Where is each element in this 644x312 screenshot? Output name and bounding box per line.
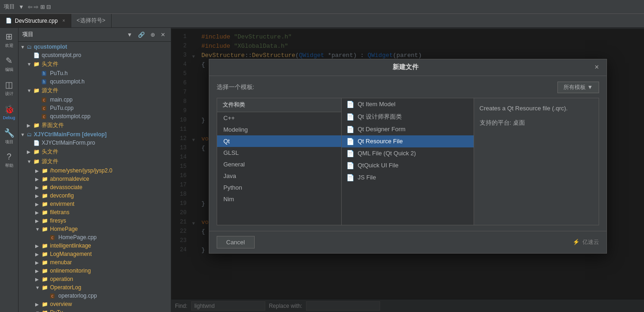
watermark-text: 亿速云 xyxy=(582,238,599,246)
tree-file-putu-h[interactable]: h PuTu.h xyxy=(19,69,171,77)
file-js[interactable]: 📄 JS File xyxy=(342,172,474,184)
cancel-button[interactable]: Cancel xyxy=(217,236,255,248)
tree-folder-envirment[interactable]: ▶ 📁 envirment xyxy=(19,200,171,208)
tree-file-xjy-pro[interactable]: 📄 XJYCtrlMainForm.pro xyxy=(19,139,171,147)
category-glsl[interactable]: GLSL xyxy=(217,147,341,159)
tree-file-putu-cpp[interactable]: c PuTu.cpp xyxy=(19,104,171,112)
tab-symbol-label: <选择符号> xyxy=(77,17,106,25)
tree-folder-headers2[interactable]: ▶ 📁 头文件 xyxy=(19,147,171,157)
tree-folder-putu2[interactable]: ▼ 📁 PuTu xyxy=(19,308,171,312)
tree-project-qcustomplot[interactable]: ▼ 🗂 qcustomplot xyxy=(19,43,171,51)
file-qtquick-ui[interactable]: 📄 QtQuick UI File xyxy=(342,159,474,172)
category-panel: 文件和类 C++ Modeling Qt GLSL General Java P… xyxy=(217,98,342,225)
tree-folder-logmanagement[interactable]: ▶ 📁 LogManagement xyxy=(19,250,171,258)
pro-file-icon: 📄 xyxy=(33,52,40,58)
tree-folder-intelligentlinkage[interactable]: ▶ 📁 intelligentlinkage xyxy=(19,242,171,250)
folder10-icon: 📁 xyxy=(42,226,48,232)
file-qt-item-model[interactable]: 📄 Qt Item Model xyxy=(342,98,474,110)
tree-folder-homepage[interactable]: ▼ 📁 HomePage xyxy=(19,225,171,233)
file-qt-designer-class[interactable]: 📄 Qt 设计师界面类 xyxy=(342,110,474,123)
tree-folder-firesys[interactable]: ▶ 📁 firesys xyxy=(19,216,171,225)
tree-folder-ui1[interactable]: ▶ 📁 界面文件 xyxy=(19,121,171,130)
sidebar-link-btn[interactable]: 🔗 xyxy=(136,31,147,39)
tree-folder-abnormaldevice[interactable]: ▶ 📁 abnormaldevice xyxy=(19,175,171,183)
category-python[interactable]: Python xyxy=(217,182,341,193)
iconbar-design[interactable]: ◫ 设计 xyxy=(1,80,18,96)
ui-folder-icon: 📁 xyxy=(33,122,40,128)
iconbar-debug[interactable]: 🐞 Debug xyxy=(1,104,18,121)
tree-folder-menubar[interactable]: ▶ 📁 menubar xyxy=(19,258,171,267)
file-qt-resource-file[interactable]: 📄 Qt Resource File xyxy=(342,135,474,147)
file-label-7: JS File xyxy=(358,174,376,181)
category-java[interactable]: Java xyxy=(217,170,341,182)
tab-devstructure-cpp[interactable]: 📄 DevStructure.cpp × xyxy=(0,14,71,27)
sidebar-add-btn[interactable]: ⊕ xyxy=(149,31,157,39)
folder6-label: devconfig xyxy=(50,192,74,199)
file-label-1: Qt Item Model xyxy=(358,101,396,108)
file-icon-2: 📄 xyxy=(346,113,354,121)
tree-folder-headers1[interactable]: ▼ 📁 头文件 xyxy=(19,59,171,69)
iconbar-welcome[interactable]: ⊞ 欢迎 xyxy=(1,32,18,48)
tree-file-qcustomplot-cpp[interactable]: c qcustomplot.cpp xyxy=(19,112,171,121)
pro2-label: XJYCtrlMainForm.pro xyxy=(42,140,95,146)
cpp-icon2: c xyxy=(42,106,46,111)
cpp-label4: HomePage.cpp xyxy=(58,234,97,241)
tree-folder-operation[interactable]: ▶ 📁 operation xyxy=(19,275,171,283)
tab-close-btn[interactable]: × xyxy=(63,18,65,23)
iconbar-edit[interactable]: ✎ 编辑 xyxy=(1,56,18,72)
cpp-icon1: c xyxy=(42,97,46,102)
category-general[interactable]: General xyxy=(217,159,341,170)
file-icon-3: 📄 xyxy=(346,126,354,133)
tree-folder-overview[interactable]: ▶ 📁 overview xyxy=(19,300,171,308)
iconbar-project[interactable]: 🔧 项目 xyxy=(1,128,18,145)
tree-file-homepage-cpp[interactable]: c HomePage.cpp xyxy=(19,233,171,242)
editor-area: 1 #include "DevStructure.h" 2 #include "… xyxy=(171,28,644,312)
sidebar-filter-btn[interactable]: ▼ xyxy=(125,31,134,39)
debug-icon: 🐞 xyxy=(4,104,14,115)
tree-folder-sources2[interactable]: ▼ 📁 源文件 xyxy=(19,157,171,166)
folder8-label: filetrans xyxy=(50,209,69,216)
category-nim[interactable]: Nim xyxy=(217,193,341,205)
folder13-icon: 📁 xyxy=(42,260,48,266)
tree-folder-filetrans[interactable]: ▶ 📁 filetrans xyxy=(19,208,171,216)
folder-src2-label: 源文件 xyxy=(42,158,58,166)
tree-file-qcustomplot-pro[interactable]: 📄 qcustomplot.pro xyxy=(19,51,171,59)
tree-file-operatorlog-cpp[interactable]: c operatorlog.cpp xyxy=(19,292,171,300)
category-modeling[interactable]: Modeling xyxy=(217,124,341,135)
tree-arrow: ▼ xyxy=(20,45,27,50)
files-panel: 📄 Qt Item Model 📄 Qt 设计师界面类 📄 xyxy=(342,98,474,225)
sidebar-close-btn[interactable]: ✕ xyxy=(159,31,167,39)
tree-project-xjy[interactable]: ▼ 🗂 XJYCtrlMainForm [develop] xyxy=(19,130,171,139)
modal-panels: 文件和类 C++ Modeling Qt GLSL General Java P… xyxy=(217,98,599,225)
tree-folder-sources1[interactable]: ▼ 📁 源文件 xyxy=(19,86,171,96)
file-qt-designer-form[interactable]: 📄 Qt Designer Form xyxy=(342,123,474,135)
tree-folder-home-yshen[interactable]: ▶ 📁 /home/yshen/jysp/jysp2.0 xyxy=(19,166,171,175)
file-qml[interactable]: 📄 QML File (Qt Quick 2) xyxy=(342,147,474,159)
category-qt[interactable]: Qt xyxy=(217,135,341,147)
tree-folder-devassociate[interactable]: ▶ 📁 devassociate xyxy=(19,183,171,191)
icon-bar: ⊞ 欢迎 ✎ 编辑 ◫ 设计 🐞 Debug 🔧 项目 ? 帮助 xyxy=(0,28,19,312)
folder17-label: overview xyxy=(50,301,72,307)
app-title: 项目 xyxy=(4,3,15,11)
tree-folder-operatorlog[interactable]: ▼ 📁 OperatorLog xyxy=(19,283,171,292)
file-icon-4: 📄 xyxy=(346,138,354,145)
welcome-icon: ⊞ xyxy=(6,32,13,42)
tree-folder-devconfig[interactable]: ▶ 📁 devconfig xyxy=(19,191,171,200)
modal-close-btn[interactable]: × xyxy=(594,63,599,71)
filter-dropdown-icon: ▼ xyxy=(588,84,593,90)
folder3-icon: 📁 xyxy=(42,168,48,174)
folder18-icon: 📁 xyxy=(42,310,48,312)
cpp-icon3: c xyxy=(42,114,46,119)
category-cpp[interactable]: C++ xyxy=(217,112,341,124)
filter-button[interactable]: 所有模板 ▼ xyxy=(557,82,599,93)
iconbar-help[interactable]: ? 帮助 xyxy=(1,152,18,169)
tree-file-qcustomplot-h[interactable]: h qcustomplot.h xyxy=(19,77,171,86)
cpp-label1: main.cpp xyxy=(50,96,73,103)
design-icon: ◫ xyxy=(5,80,13,90)
folder2-icon: 📁 xyxy=(33,149,40,155)
file-label: qcustomplot.pro xyxy=(42,52,81,58)
folder9-label: firesys xyxy=(50,217,66,224)
tree-file-main-cpp[interactable]: c main.cpp xyxy=(19,96,171,104)
tree-folder-onlinemonitoring[interactable]: ▶ 📁 onlinemonitoring xyxy=(19,267,171,275)
tab-symbol-selector[interactable]: <选择符号> xyxy=(71,14,112,27)
